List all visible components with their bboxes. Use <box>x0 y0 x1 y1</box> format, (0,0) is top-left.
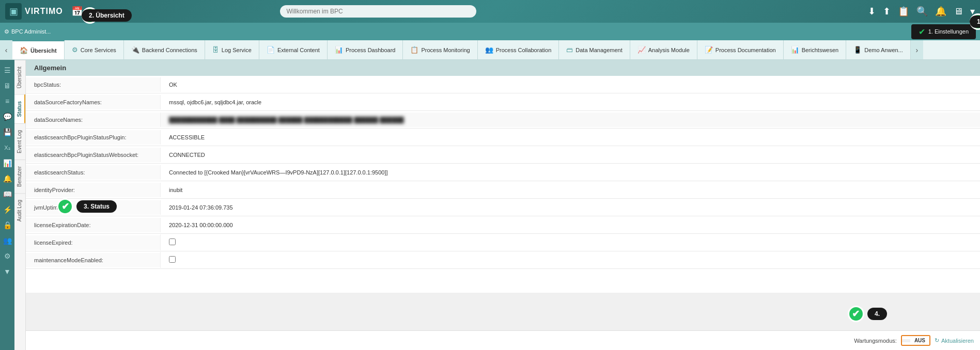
dashboard-icon: 📊 <box>335 46 343 54</box>
toggle-on-label: AUS <box>910 336 929 345</box>
tab-log-service[interactable]: 🗄 Log Service <box>205 40 259 60</box>
sidebar-monitor-icon[interactable]: 🖥 <box>1 79 13 92</box>
nav-tabs: ‹ 🏠 Übersicht ⚙ Core Services 🔌 Backend … <box>0 40 980 60</box>
tab-analysis-module[interactable]: 📈 Analysis Module <box>630 40 697 60</box>
aktualisieren-button[interactable]: ↻ Aktualisieren <box>935 337 974 344</box>
vtab-benutzer[interactable]: Benutzer <box>14 160 25 193</box>
demo-icon: 📱 <box>853 46 862 54</box>
sidebar-bell-icon[interactable]: 🔔 <box>1 172 13 185</box>
tab-berichtswesen[interactable]: 📊 Berichtswesen <box>784 40 847 60</box>
row-jvm-uptime: jvmUptime: 2019-01-24 07:36:09.735 <box>26 199 980 216</box>
label-dsf: dataSourceFactoryNames: <box>26 95 160 109</box>
tab-uebersicht[interactable]: 🏠 Übersicht <box>12 40 65 60</box>
admin-label: ⚙ BPC Administ... <box>4 28 51 35</box>
license-expired-checkbox[interactable] <box>169 238 176 245</box>
vtab-event-log[interactable]: Event Log <box>14 123 25 160</box>
sidebar-power-icon[interactable]: ⚡ <box>1 203 13 216</box>
label-bpcstatus: bpcStatus: <box>26 77 160 92</box>
tab-process-monitoring[interactable]: 📋 Process Monitoring <box>403 40 477 60</box>
value-dsn: ████████████ ████ ██████████ ██████ ████… <box>160 113 980 127</box>
value-es-plugin: ACCESSIBLE <box>160 130 980 145</box>
top-bar: ▣ VIRTIMO 📅 ⬇ ⬆ 📋 🔍 🔔 🖥 ▾ <box>0 0 980 23</box>
maintenance-mode-checkbox[interactable] <box>169 256 176 263</box>
value-le <box>160 234 980 250</box>
sidebar-book-icon[interactable]: 📖 <box>1 188 13 200</box>
bubble-3: 3. Status <box>76 200 117 213</box>
sidebar-shield-icon[interactable]: 🔒 <box>1 219 13 231</box>
tab-demo[interactable]: 📱 Demo Anwen... <box>846 40 911 60</box>
sidebar-chart-icon[interactable]: 📊 <box>1 157 13 169</box>
value-es-ws: CONNECTED <box>160 148 980 162</box>
check-3: ✔ <box>57 198 73 215</box>
bubble-1: 1. Einstellungen <box>970 15 980 28</box>
tab-process-collaboration[interactable]: 👥 Process Collaboration <box>478 40 559 60</box>
row-license-expired: licenseExpired: <box>26 234 980 251</box>
tab-backend-connections[interactable]: 🔌 Backend Connections <box>124 40 205 60</box>
vtab-status[interactable]: Status <box>14 94 25 123</box>
tab-data-management[interactable]: 🗃 Data Management <box>559 40 630 60</box>
calendar-icon[interactable]: 📅 <box>71 6 83 17</box>
toggle-off-label <box>902 339 910 342</box>
sidebar-down-icon[interactable]: ▼ <box>1 265 13 278</box>
analysis-icon: 📈 <box>637 46 646 54</box>
download-icon[interactable]: ⬇ <box>868 6 876 17</box>
row-es-plugin: elasticsearchBpcPluginStatusPlugin: ACCE… <box>26 129 980 146</box>
sidebar-x2-icon[interactable]: X₂ <box>1 141 13 154</box>
data-icon: 🗃 <box>566 46 573 54</box>
settings-button[interactable]: ✔ 1. Einstellungen <box>911 24 976 39</box>
row-bpcstatus: bpcStatus: OK <box>26 76 980 93</box>
bottom-bar: Wartungsmodus: AUS ↻ Aktualisieren <box>26 330 980 350</box>
row-datasourcefactorynames: dataSourceFactoryNames: mssql, ojdbc6.ja… <box>26 93 980 111</box>
label-le: licenseExpired: <box>26 235 160 250</box>
monitoring-icon: 📋 <box>410 46 418 54</box>
sidebar-chat-icon[interactable]: 💬 <box>1 110 13 123</box>
nav-next-arrow[interactable]: › <box>911 40 923 60</box>
row-es-websocket: elasticsearchBpcPluginStatusWebsocket: C… <box>26 146 980 164</box>
upload-icon[interactable]: ⬆ <box>883 6 891 17</box>
toggle-switch[interactable]: AUS <box>901 335 930 346</box>
vtab-uebersicht[interactable]: Übersicht <box>14 60 25 94</box>
monitor-icon[interactable]: 🖥 <box>954 6 963 17</box>
logo-text: VIRTIMO <box>25 7 63 16</box>
tab-external-content[interactable]: 📄 External Content <box>259 40 328 60</box>
logo: ▣ VIRTIMO <box>5 3 63 20</box>
left-sidebar: ☰ 🖥 ≡ 💬 💾 X₂ 📊 🔔 📖 ⚡ 🔒 👥 ⚙ ▼ <box>0 60 14 350</box>
section-header: Allgemein <box>26 60 980 76</box>
tab-process-dashboard[interactable]: 📊 Process Dashboard <box>328 40 403 60</box>
search-icon[interactable]: 🔍 <box>916 6 928 17</box>
copy-icon[interactable]: 📋 <box>898 6 909 17</box>
vertical-tabs: Übersicht Status Event Log Benutzer Audi… <box>14 60 26 350</box>
row-datasourcenames: dataSourceNames: ████████████ ████ █████… <box>26 111 980 129</box>
tab-process-documentation[interactable]: 📝 Process Documentation <box>697 40 784 60</box>
sidebar-list-icon[interactable]: ≡ <box>1 95 13 107</box>
documentation-icon: 📝 <box>705 46 713 54</box>
label-idp: identityProvider: <box>26 183 160 197</box>
logo-symbol: ▣ <box>9 6 18 17</box>
search-input[interactable] <box>280 5 476 18</box>
external-icon: 📄 <box>267 46 275 54</box>
row-license-exp-date: licenseExpirationDate: 2020-12-31 00:00:… <box>26 216 980 234</box>
sidebar-gear-icon[interactable]: ⚙ <box>1 250 13 262</box>
log-icon: 🗄 <box>212 46 219 54</box>
sidebar-menu-icon[interactable]: ☰ <box>1 64 13 76</box>
tab-core-services[interactable]: ⚙ Core Services <box>65 40 124 60</box>
refresh-icon: ↻ <box>935 337 939 344</box>
label-led: licenseExpirationDate: <box>26 218 160 232</box>
bubble-2: 2. Übersicht <box>82 9 132 22</box>
value-idp: inubit <box>160 183 980 197</box>
main-area: ☰ 🖥 ≡ 💬 💾 X₂ 📊 🔔 📖 ⚡ 🔒 👥 ⚙ ▼ Übersicht S… <box>0 60 980 350</box>
value-dsf: mssql, ojdbc6.jar, sqljdbc4.jar, oracle <box>160 95 980 109</box>
value-bpcstatus: OK <box>160 77 980 92</box>
nav-prev-arrow[interactable]: ‹ <box>0 40 12 60</box>
logo-icon: ▣ <box>5 3 22 20</box>
search-bar[interactable] <box>280 5 476 18</box>
label-es-status: elasticsearchStatus: <box>26 165 160 180</box>
bell-icon[interactable]: 🔔 <box>935 6 946 17</box>
sidebar-users-icon[interactable]: 👥 <box>1 234 13 247</box>
row-maintenance-mode: maintenanceModeEnabled: <box>26 251 980 269</box>
annotation-3: ✔ 3. Status <box>57 198 117 215</box>
sidebar-storage-icon[interactable]: 💾 <box>1 126 13 138</box>
bubble-4: 4. <box>867 308 887 320</box>
vtab-audit-log[interactable]: Audit Log <box>14 193 25 228</box>
check-4: ✔ <box>848 306 864 322</box>
